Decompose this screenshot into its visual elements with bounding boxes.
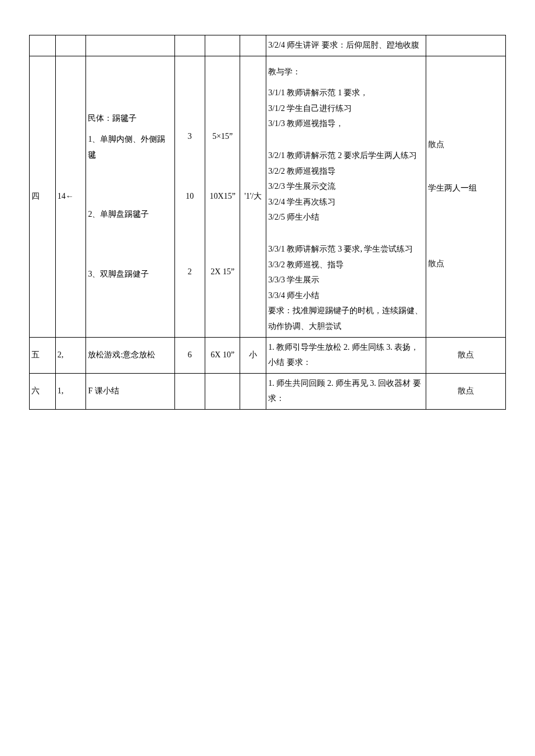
table-row: 六 1, F 课小结 1. 师生共同回顾 2. 师生再见 3. 回收器材 要求：… [30,373,506,409]
teach-block-3: 3/3/1 教师讲解示范 3 要求, 学生尝试练习 3/3/2 教师巡视、指导 … [268,242,424,335]
cell-num: 六 [30,373,56,409]
teach-line: 3/1/2 学生自己进行练习 [268,101,424,117]
cell-dur: 5×15” 10X15” 2X 15” [205,56,240,337]
teach-block-2: 3/2/1 教师讲解示范 2 要求后学生两人练习 3/2/2 教师巡视指导 3/… [268,148,424,225]
reps-value: 3 [177,129,204,145]
table-row: 3/2/4 师生讲评 要求：后仰屈肘、蹬地收腹 [30,35,506,56]
cell-intensity [240,373,266,409]
cell-time: 14← [55,56,86,337]
cell-time [55,35,86,56]
cell-intensity: '1'/大 [240,56,266,337]
lesson-plan-table: 3/2/4 师生讲评 要求：后仰屈肘、蹬地收腹 四 14← 民体：踢毽子 1、单… [29,35,506,410]
cell-formation: 散点 [426,373,506,409]
cell-teach: 教与学： 3/1/1 教师讲解示范 1 要求， 3/1/2 学生自己进行练习 3… [266,56,426,337]
activity-part: 1、单脚内侧、外侧踢毽 [88,132,172,163]
teach-line: 3/1/1 教师讲解示范 1 要求， [268,85,424,101]
cell-intensity [240,35,266,56]
formation-text: 散点 [428,256,504,272]
teach-line: 3/2/5 师生小结 [268,210,424,225]
activity-title: 民体：踢毽子 [88,111,172,127]
teach-line: 3/2/4 学生再次练习 [268,195,424,210]
teach-text: 3/2/4 师生讲评 要求：后仰屈肘、蹬地收腹 [268,41,419,49]
activity-part: 3、双脚盘踢健子 [88,267,172,282]
cell-reps: 3 10 2 [174,56,205,337]
teach-line: 3/3/2 教师巡视、指导 [268,257,424,273]
cell-activity: 放松游戏:意念放松 [86,337,174,373]
teach-block-1: 3/1/1 教师讲解示范 1 要求， 3/1/2 学生自己进行练习 3/1/3 … [268,85,424,132]
cell-num: 五 [30,337,56,373]
teach-line: 3/2/3 学生展示交流 [268,179,424,195]
formation-text: 散点 [428,137,504,153]
teach-line: 3/3/1 教师讲解示范 3 要求, 学生尝试练习 [268,242,424,257]
cell-teach: 1. 教师引导学生放松 2. 师生同练 3. 表扬， 小结 要求： [266,337,426,373]
teach-line: 3/3/4 师生小结 [268,288,424,304]
dur-value: 5×15” [207,129,238,145]
reps-value: 10 [177,189,204,205]
cell-formation: 散点 [426,337,506,373]
cell-time: 2, [55,337,86,373]
teach-line: 3/1/3 教师巡视指导， [268,116,424,132]
cell-formation [426,35,506,56]
cell-reps: 6 [174,337,205,373]
table-row: 五 2, 放松游戏:意念放松 6 6X 10” 小 1. 教师引导学生放松 2.… [30,337,506,373]
cell-intensity: 小 [240,337,266,373]
cell-reps [174,35,205,56]
table-row: 四 14← 民体：踢毽子 1、单脚内侧、外侧踢毽 2、单脚盘踢毽子 3、双脚盘踢… [30,56,506,337]
cell-num: 四 [30,56,56,337]
cell-activity: F 课小结 [86,373,174,409]
cell-dur [205,373,240,409]
cell-num [30,35,56,56]
teach-header: 教与学： [268,65,424,80]
dur-value: 2X 15” [207,264,238,280]
cell-reps [174,373,205,409]
cell-teach: 3/2/4 师生讲评 要求：后仰屈肘、蹬地收腹 [266,35,426,56]
cell-time: 1, [55,373,86,409]
reps-value: 2 [177,264,204,280]
cell-teach: 1. 师生共同回顾 2. 师生再见 3. 回收器材 要求： [266,373,426,409]
cell-dur [205,35,240,56]
teach-line: 3/2/1 教师讲解示范 2 要求后学生两人练习 [268,148,424,164]
teach-line: 3/3/3 学生展示 [268,273,424,288]
cell-activity: 民体：踢毽子 1、单脚内侧、外侧踢毽 2、单脚盘踢毽子 3、双脚盘踢健子 [86,56,174,337]
cell-formation: 散点 学生两人一组 散点 [426,56,506,337]
dur-value: 10X15” [207,189,238,205]
activity-part: 2、单脚盘踢毽子 [88,207,172,223]
teach-line: 3/2/2 教师巡视指导 [268,164,424,180]
formation-text: 学生两人一组 [428,181,504,196]
cell-dur: 6X 10” [205,337,240,373]
cell-activity [86,35,174,56]
teach-line: 要求：找准脚迎踢键子的时机，连续踢健、动作协调、大胆尝试 [268,303,424,334]
